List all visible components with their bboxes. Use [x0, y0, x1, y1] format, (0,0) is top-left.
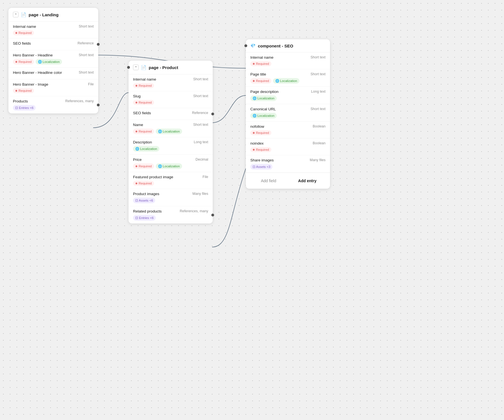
- field-type: Many files: [310, 158, 326, 162]
- field-row: Slug Short text ✱ Required: [129, 91, 213, 108]
- field-row: SEO fields Reference: [8, 38, 98, 50]
- connection-dot-right: [97, 43, 100, 46]
- field-row: Internal name Short text ✱ Required: [129, 74, 213, 91]
- badge-localization: 🌐 Localization: [156, 163, 182, 169]
- field-row: Hero Banner - Image File ✱ Required: [8, 79, 98, 96]
- field-name: Product images: [133, 192, 159, 196]
- badge-localization: 🌐 Localization: [250, 95, 277, 101]
- badge-localization: 🌐 Localization: [156, 129, 182, 134]
- field-name: SEO fields: [133, 111, 151, 115]
- field-type: Boolean: [313, 124, 326, 128]
- badge-required: ✱ Required: [13, 88, 34, 93]
- badge-entries: ⊡ Entries <6: [13, 105, 36, 111]
- field-type: Reference: [77, 41, 94, 45]
- badge-localization: 🌐 Localization: [250, 113, 277, 118]
- field-type: Short text: [311, 72, 326, 76]
- field-row: nofollow Boolean ✱ Required: [246, 122, 330, 138]
- badge-localization: 🌐 Localization: [133, 146, 159, 152]
- badge-required: ✱ Required: [250, 78, 271, 84]
- badge-required: ✱ Required: [133, 163, 154, 169]
- badge-required: ✱ Required: [250, 130, 271, 135]
- field-row: Price Decimal ✱ Required 🌐 Localization: [129, 155, 213, 172]
- field-name: Related products: [133, 209, 162, 213]
- field-row: Product images Many files ⊡ Assets <6: [129, 189, 213, 206]
- field-row: Page description Long text 🌐 Localizatio…: [246, 87, 330, 104]
- field-name: Share images: [250, 158, 274, 162]
- field-name: SEO fields: [13, 41, 31, 45]
- field-row: Hero Banner - Headline color Short text: [8, 68, 98, 79]
- field-type: Decimal: [196, 158, 208, 161]
- collapse-landing[interactable]: ⌃: [13, 12, 19, 17]
- card-seo: 💎 component - SEO Internal name Short te…: [246, 39, 330, 189]
- field-name: Featured product image: [133, 175, 173, 179]
- connection-dot-right: [97, 104, 100, 106]
- field-name: Canonical URL: [250, 107, 276, 111]
- field-name: Internal name: [133, 77, 156, 81]
- collapse-product[interactable]: ⌃: [133, 65, 139, 70]
- field-type: Short text: [79, 70, 94, 74]
- field-row: Products References, many ⊡ Entries <6: [8, 96, 98, 113]
- field-type: References, many: [180, 209, 208, 213]
- landing-title: page - Landing: [29, 12, 59, 17]
- badge-required: ✱ Required: [133, 100, 154, 105]
- field-type: File: [203, 175, 208, 179]
- connection-dot-right: [211, 113, 214, 115]
- landing-page-icon: 📄: [21, 12, 26, 17]
- field-row: noindex Boolean ✱ Required: [246, 138, 330, 155]
- field-type: Long text: [194, 140, 208, 144]
- field-type: File: [88, 82, 94, 86]
- badge-required: ✱ Required: [133, 181, 154, 186]
- field-type: Boolean: [313, 141, 326, 145]
- field-type: References, many: [65, 99, 94, 103]
- badge-assets: ⊡ Assets <6: [133, 198, 155, 203]
- badge-localization: 🌐 Localization: [273, 78, 299, 84]
- add-field-button[interactable]: Add field: [250, 176, 287, 185]
- field-row: Internal name Short text ✱ Required: [8, 22, 98, 38]
- product-page-icon: 📄: [141, 65, 146, 70]
- field-name: Page title: [250, 72, 266, 76]
- field-type: Short text: [79, 53, 94, 57]
- field-name: Hero Banner - Headline color: [13, 70, 62, 75]
- field-name: Hero Banner - Headline: [13, 53, 53, 57]
- field-row: Canonical URL Short text 🌐 Localization: [246, 104, 330, 122]
- field-name: Hero Banner - Image: [13, 82, 48, 86]
- field-type: Short text: [193, 77, 209, 81]
- connection-dot-right: [211, 214, 214, 216]
- field-row: Share images Many files ⊡ Assets <3: [246, 155, 330, 173]
- field-name: Internal name: [13, 24, 36, 29]
- seo-title: component - SEO: [258, 44, 293, 48]
- card-landing: ⌃ 📄 page - Landing Internal name Short t…: [8, 8, 98, 113]
- field-row: Hero Banner - Headline Short text ✱ Requ…: [8, 50, 98, 68]
- connection-dot-left: [127, 66, 130, 69]
- product-title: page - Product: [149, 65, 178, 70]
- field-name: Name: [133, 123, 143, 127]
- field-name: Price: [133, 158, 142, 162]
- field-row: Internal name Short text ✱ Required: [246, 52, 330, 69]
- component-icon: 💎: [250, 43, 256, 48]
- badge-entries: ⊡ Entries <6: [133, 215, 156, 221]
- field-name: Internal name: [250, 55, 274, 60]
- card-footer: Add field Add entry: [246, 173, 330, 189]
- field-type: Short text: [311, 107, 326, 111]
- field-row: Related products References, many ⊡ Entr…: [129, 206, 213, 223]
- badge-required: ✱ Required: [13, 59, 34, 65]
- field-name: Products: [13, 99, 28, 103]
- field-name: Page description: [250, 90, 279, 94]
- field-type: Reference: [192, 111, 208, 115]
- badge-assets: ⊡ Assets <3: [250, 164, 272, 170]
- field-name: Description: [133, 140, 152, 144]
- badge-localization: 🌐 Localization: [36, 59, 62, 65]
- badge-required: ✱ Required: [133, 83, 154, 88]
- field-name: nofollow: [250, 124, 264, 129]
- badge-required: ✱ Required: [250, 61, 271, 66]
- field-row: Description Long text 🌐 Localization: [129, 137, 213, 155]
- connection-dot-left-seo: [244, 44, 247, 47]
- add-entry-button[interactable]: Add entry: [289, 176, 326, 185]
- field-type: Short text: [79, 24, 94, 28]
- field-type: Short text: [193, 123, 209, 127]
- card-product: ⌃ 📄 page - Product Internal name Short t…: [129, 61, 213, 223]
- badge-required: ✱ Required: [250, 147, 271, 152]
- field-row: SEO fields Reference: [129, 108, 213, 120]
- field-name: noindex: [250, 141, 264, 145]
- field-row: Name Short text ✱ Required 🌐 Localizatio…: [129, 120, 213, 137]
